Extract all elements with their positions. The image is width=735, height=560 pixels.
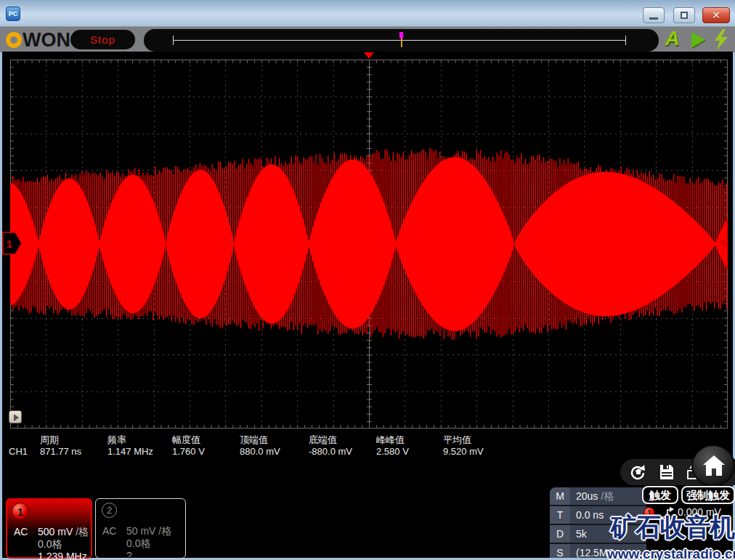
trigger-position-marker[interactable] (364, 52, 374, 59)
channel1-box[interactable]: 1 AC 500 mV /格 0.0格 1.239 MHz (6, 498, 92, 559)
channel2-box[interactable]: 2 AC 50 mV /格 0.0格 ? (95, 498, 186, 559)
slider-track (173, 40, 626, 41)
measurement-base: 底端值 -880.0 mV (309, 434, 378, 458)
slider-left-end-tick (173, 36, 174, 45)
run-play-button[interactable] (691, 32, 705, 48)
trigger-source-badge: 1 (643, 507, 655, 519)
channel1-scale: 500 mV /格 (38, 526, 89, 539)
home-button[interactable] (691, 445, 735, 487)
channel1-offset: 0.0格 (38, 538, 62, 551)
minimize-icon (649, 17, 658, 20)
channel2-scale: 50 mV /格 (126, 525, 171, 538)
maximize-button[interactable] (673, 7, 695, 23)
measurement-top: 顶端值 880.0 mV (240, 434, 309, 458)
sample-rate-row[interactable]: S (12.5MS (550, 544, 646, 558)
minimize-button[interactable] (643, 7, 665, 23)
horizontal-position-slider[interactable] (144, 29, 659, 52)
measurement-channel: CH1 (9, 446, 28, 457)
home-icon (702, 455, 726, 476)
timebase-row[interactable]: M 20us /格 (550, 487, 646, 505)
rising-edge-icon (660, 506, 676, 519)
trigger-level-marker[interactable] (718, 238, 726, 248)
slider-marker-tail (401, 38, 402, 47)
maximize-icon (681, 12, 688, 19)
title-bar: PC ✕ (0, 0, 735, 26)
trigger-level-value: 0.000 mV (678, 506, 721, 518)
waveform-graticule (10, 60, 728, 429)
depth-row[interactable]: D 5k (550, 525, 646, 543)
measurement-peak-peak: 峰峰值 2.580 V (376, 434, 445, 458)
restore-default-icon[interactable] (629, 463, 648, 482)
timebase-trigger-panel: M 20us /格 T 0.0 ns D 5k S (12.5MS (550, 487, 646, 558)
expand-arrow-icon (14, 414, 19, 421)
app-icon: PC (6, 7, 20, 21)
channel2-offset: 0.0格 (126, 537, 150, 551)
trigger-status: 1 0.000 mV (643, 506, 735, 519)
app-window: PC ✕ WON Stop A 1 (0, 0, 735, 560)
logo-o-ring (6, 32, 22, 48)
scope-display-area: 1 CH1 周期 871.77 ns 频率 1.147 MHz 幅度值 1.76… (2, 52, 733, 558)
close-button[interactable]: ✕ (702, 7, 730, 23)
slider-right-end-tick (625, 36, 626, 45)
save-icon[interactable] (658, 463, 675, 481)
channel1-position-marker[interactable]: 1 (2, 232, 23, 256)
autoset-button[interactable]: A (665, 28, 680, 50)
trigger-offset-row[interactable]: T 0.0 ns (550, 506, 646, 524)
measurement-frequency: 频率 1.147 MHz (107, 434, 176, 458)
measurement-bar: CH1 周期 871.77 ns 频率 1.147 MHz 幅度值 1.760 … (2, 434, 733, 460)
expand-menu-button[interactable] (9, 410, 22, 423)
channel1-frequency: 1.239 MHz (38, 551, 87, 560)
stop-button[interactable]: Stop (70, 30, 135, 49)
measurement-period: 周期 871.77 ns (40, 434, 109, 458)
measurement-mean: 平均值 9.520 mV (443, 434, 512, 458)
force-trigger-button[interactable]: 强制触发 (681, 486, 735, 504)
channel2-coupling: AC (102, 525, 116, 537)
autoscale-lightning-button[interactable] (713, 29, 729, 51)
channel2-badge: 2 (102, 503, 117, 518)
svg-text:1: 1 (7, 238, 12, 250)
toolbar: WON Stop A (0, 26, 735, 52)
logo-text: WON (23, 29, 70, 52)
measurement-amplitude: 幅度值 1.760 V (172, 434, 241, 458)
channel1-coupling: AC (14, 526, 28, 537)
trigger-button[interactable]: 触发 (642, 486, 678, 504)
channel1-badge: 1 (12, 503, 29, 520)
trigger-position-slider-marker[interactable] (399, 32, 403, 38)
channel2-frequency: ? (126, 550, 132, 560)
owon-logo: WON (6, 29, 70, 51)
